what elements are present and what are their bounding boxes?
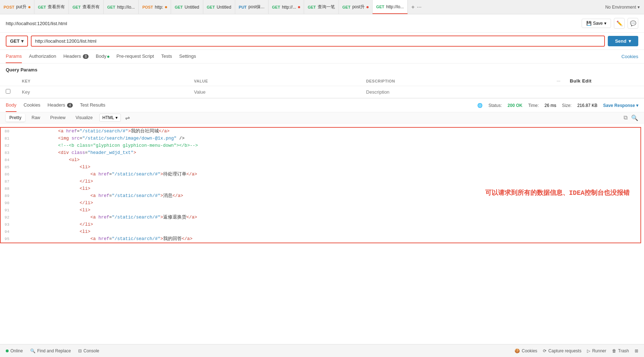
description-input[interactable] — [366, 89, 527, 95]
visualize-button[interactable]: Visualize — [72, 114, 96, 122]
code-actions: ⧉ 🔍 — [624, 114, 638, 121]
pretty-button[interactable]: Pretty — [6, 114, 25, 122]
tab-get-http2[interactable]: GET http://... — [269, 0, 304, 14]
tab-authorization[interactable]: Authorization — [29, 50, 56, 63]
cookies-button[interactable]: 🍪 Cookies — [515, 348, 537, 353]
dot-indicator — [165, 6, 167, 8]
size-value: 216.87 KB — [577, 103, 597, 108]
raw-button[interactable]: Raw — [28, 114, 44, 122]
tab-body[interactable]: Body — [96, 50, 109, 63]
url-input[interactable] — [35, 38, 601, 44]
tab-get-active[interactable]: GET http://lo... — [373, 0, 408, 14]
url-input-wrapper — [31, 36, 605, 47]
comment-icon: 💬 — [630, 20, 636, 26]
format-button[interactable]: ⇌ — [125, 114, 130, 121]
tab-label: http: — [155, 5, 163, 10]
tab-get-post[interactable]: GET post升 — [339, 0, 373, 14]
chevron-down-icon: ▾ — [604, 21, 606, 26]
description-header: DESCRIPTION — [360, 76, 532, 86]
chevron-down-icon: ▾ — [115, 115, 118, 120]
bulk-edit-header[interactable]: Bulk Edit — [564, 76, 644, 86]
response-tab-cookies[interactable]: Cookies — [24, 99, 41, 112]
add-tab-button[interactable]: + — [411, 4, 415, 10]
capture-icon: ⟳ — [543, 348, 546, 353]
dots-header: ··· — [532, 76, 564, 86]
tab-get-untitled1[interactable]: GET Untitled — [171, 0, 203, 14]
tab-get-http[interactable]: GET http://lo... — [104, 0, 139, 14]
code-line: 87 </li> — [1, 178, 640, 185]
tab-post-put[interactable]: POST put升 — [0, 0, 34, 14]
method-select[interactable]: GET ▾ — [6, 36, 28, 47]
runner-icon: ▷ — [587, 348, 590, 353]
tab-label: post升 — [352, 4, 365, 10]
expand-button[interactable]: ⊞ — [635, 348, 638, 353]
code-line: 84 <ul> — [1, 156, 640, 164]
trash-button[interactable]: 🗑 Trash — [612, 348, 629, 353]
comment-button[interactable]: 💬 — [628, 18, 638, 29]
copy-button[interactable]: ⧉ — [624, 114, 628, 121]
url-actions: 💾 Save ▾ ✏️ 💬 — [582, 18, 638, 29]
globe-icon: 🌐 — [477, 103, 483, 108]
tab-get-query[interactable]: GET 查询一笔 — [304, 0, 339, 14]
dot-indicator — [298, 6, 300, 8]
code-line: 95 <a href="/static/search/#">我的回答</a> — [1, 235, 640, 243]
preview-button[interactable]: Preview — [47, 114, 69, 122]
tab-tests[interactable]: Tests — [161, 50, 172, 63]
tab-get-1[interactable]: GET 查看所有 — [34, 0, 69, 14]
more-tabs-button[interactable]: ··· — [417, 4, 421, 10]
key-header: KEY — [16, 76, 188, 86]
tab-pre-request[interactable]: Pre-request Script — [117, 50, 154, 63]
console-button[interactable]: ⊟ Console — [78, 348, 99, 353]
response-tab-headers[interactable]: Headers 4 — [48, 99, 73, 112]
save-button[interactable]: 💾 Save ▾ — [582, 19, 611, 28]
edit-button[interactable]: ✏️ — [614, 18, 625, 29]
tab-label: http://... — [282, 5, 296, 10]
console-icon: ⊟ — [78, 348, 82, 353]
send-button[interactable]: Send ▾ — [608, 36, 638, 46]
expand-icon: ⊞ — [635, 348, 638, 353]
tab-get-untitled2[interactable]: GET Untitled — [203, 0, 235, 14]
tab-settings[interactable]: Settings — [179, 50, 196, 63]
tab-label: 查看所有 — [82, 4, 100, 10]
search-button[interactable]: 🔍 — [631, 114, 638, 121]
language-select[interactable]: HTML ▾ — [99, 114, 121, 122]
tab-post-http[interactable]: POST http: — [139, 0, 171, 14]
code-line: 80 <a href="/static/search/#">我的台社同城</a> — [1, 128, 640, 135]
status-value: 200 OK — [508, 103, 522, 108]
capture-button[interactable]: ⟳ Capture requests — [543, 348, 581, 353]
save-response-button[interactable]: Save Response ▾ — [603, 103, 638, 108]
row-checkbox[interactable] — [6, 89, 10, 94]
code-line: 93 </li> — [1, 221, 640, 228]
response-tab-body[interactable]: Body — [6, 99, 16, 112]
tab-label: 查看所有 — [48, 4, 65, 10]
find-replace-button[interactable]: 🔍 Find and Replace — [30, 348, 71, 353]
tab-label: put升 — [16, 4, 27, 10]
chevron-down-icon: ▾ — [629, 38, 631, 44]
method-label: GET — [175, 5, 183, 9]
tab-params[interactable]: Params — [6, 50, 22, 63]
method-label: GET — [308, 5, 316, 9]
trash-icon: 🗑 — [612, 348, 616, 353]
status-bar-right: 🍪 Cookies ⟳ Capture requests ▷ Runner 🗑 … — [515, 348, 638, 353]
tab-bar: POST put升 GET 查看所有 GET 查看所有 GET http://l… — [0, 0, 644, 14]
time-value: 26 ms — [545, 103, 557, 108]
code-line: 85 <li> — [1, 164, 640, 171]
environment-selector[interactable]: No Environment ▾ — [601, 5, 644, 10]
search-icon: 🔍 — [30, 348, 35, 353]
tab-label: 查询一笔 — [318, 4, 335, 10]
tab-put-post[interactable]: PUT post保... — [235, 0, 269, 14]
cookies-link[interactable]: Cookies — [621, 54, 638, 59]
tab-headers[interactable]: Headers 8 — [63, 50, 89, 63]
code-line: 91 <li> — [1, 207, 640, 214]
key-input[interactable] — [22, 89, 183, 95]
tab-label: post保... — [248, 4, 265, 10]
response-section: Body Cookies Headers 4 Test Results 🌐 St… — [0, 98, 644, 344]
request-nav-tabs: Params Authorization Headers 8 Body Pre-… — [0, 50, 644, 64]
runner-button[interactable]: ▷ Runner — [587, 348, 606, 353]
value-input[interactable] — [194, 89, 355, 95]
response-tab-test-results[interactable]: Test Results — [80, 99, 105, 112]
request-title: http://localhost:12001/list.html — [6, 21, 67, 26]
tab-get-2[interactable]: GET 查看所有 — [69, 0, 104, 14]
status-bar: Online 🔍 Find and Replace ⊟ Console 🍪 Co… — [0, 344, 644, 357]
url-title-bar: http://localhost:12001/list.html 💾 Save … — [0, 14, 644, 33]
